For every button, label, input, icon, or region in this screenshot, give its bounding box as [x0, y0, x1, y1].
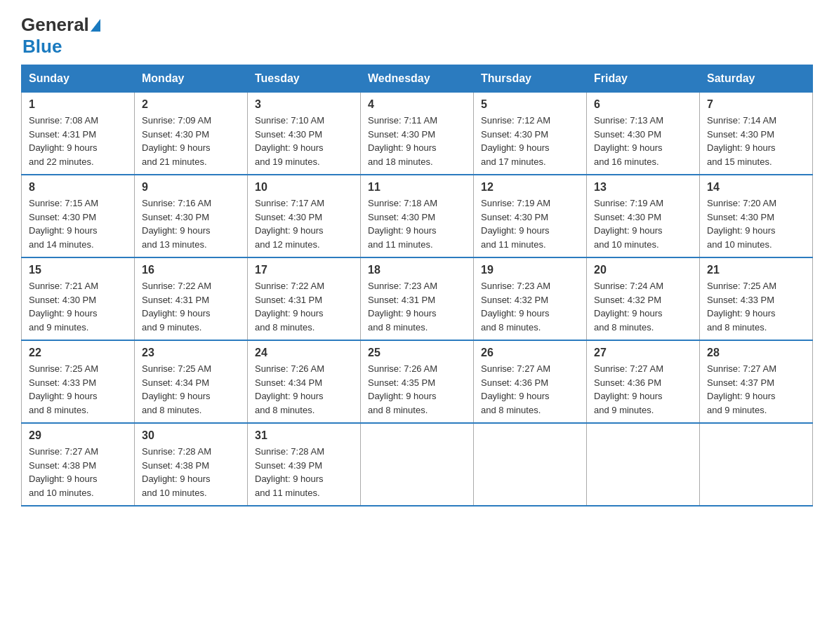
day-cell: 12 Sunrise: 7:19 AMSunset: 4:30 PMDaylig…	[474, 175, 587, 257]
day-number: 2	[142, 98, 240, 111]
logo-general-text: General	[21, 14, 89, 36]
day-number: 6	[594, 98, 692, 111]
day-info: Sunrise: 7:22 AMSunset: 4:31 PMDaylight:…	[255, 279, 353, 334]
day-info: Sunrise: 7:08 AMSunset: 4:31 PMDaylight:…	[29, 114, 127, 168]
day-cell: 17 Sunrise: 7:22 AMSunset: 4:31 PMDaylig…	[248, 257, 361, 340]
day-cell: 9 Sunrise: 7:16 AMSunset: 4:30 PMDayligh…	[135, 175, 248, 257]
day-number: 31	[255, 429, 353, 442]
week-row-2: 8 Sunrise: 7:15 AMSunset: 4:30 PMDayligh…	[22, 175, 813, 257]
day-cell: 13 Sunrise: 7:19 AMSunset: 4:30 PMDaylig…	[587, 175, 700, 257]
day-number: 29	[29, 429, 127, 442]
day-cell: 15 Sunrise: 7:21 AMSunset: 4:30 PMDaylig…	[22, 257, 135, 340]
day-info: Sunrise: 7:14 AMSunset: 4:30 PMDaylight:…	[707, 114, 805, 168]
day-info: Sunrise: 7:22 AMSunset: 4:31 PMDaylight:…	[142, 279, 240, 334]
day-info: Sunrise: 7:10 AMSunset: 4:30 PMDaylight:…	[255, 114, 353, 168]
day-info: Sunrise: 7:28 AMSunset: 4:39 PMDaylight:…	[255, 445, 353, 499]
day-cell: 29 Sunrise: 7:27 AMSunset: 4:38 PMDaylig…	[22, 423, 135, 506]
day-info: Sunrise: 7:27 AMSunset: 4:38 PMDaylight:…	[29, 445, 127, 499]
day-number: 24	[255, 347, 353, 359]
day-number: 13	[594, 181, 692, 194]
day-cell: 7 Sunrise: 7:14 AMSunset: 4:30 PMDayligh…	[700, 93, 813, 175]
week-row-4: 22 Sunrise: 7:25 AMSunset: 4:33 PMDaylig…	[22, 340, 813, 423]
day-cell: 4 Sunrise: 7:11 AMSunset: 4:30 PMDayligh…	[361, 93, 474, 175]
day-info: Sunrise: 7:20 AMSunset: 4:30 PMDaylight:…	[707, 196, 805, 251]
week-row-3: 15 Sunrise: 7:21 AMSunset: 4:30 PMDaylig…	[22, 257, 813, 340]
calendar-table: SundayMondayTuesdayWednesdayThursdayFrid…	[21, 65, 813, 507]
week-row-5: 29 Sunrise: 7:27 AMSunset: 4:38 PMDaylig…	[22, 423, 813, 506]
header-wednesday: Wednesday	[361, 65, 474, 93]
day-info: Sunrise: 7:11 AMSunset: 4:30 PMDaylight:…	[368, 114, 466, 168]
page-header: General Blue	[21, 14, 813, 58]
day-number: 15	[29, 264, 127, 276]
day-cell: 5 Sunrise: 7:12 AMSunset: 4:30 PMDayligh…	[474, 93, 587, 175]
header-saturday: Saturday	[700, 65, 813, 93]
day-number: 12	[481, 181, 579, 194]
day-cell: 6 Sunrise: 7:13 AMSunset: 4:30 PMDayligh…	[587, 93, 700, 175]
day-cell: 20 Sunrise: 7:24 AMSunset: 4:32 PMDaylig…	[587, 257, 700, 340]
day-info: Sunrise: 7:19 AMSunset: 4:30 PMDaylight:…	[481, 196, 579, 251]
day-info: Sunrise: 7:15 AMSunset: 4:30 PMDaylight:…	[29, 196, 127, 251]
day-cell: 24 Sunrise: 7:26 AMSunset: 4:34 PMDaylig…	[248, 340, 361, 423]
week-row-1: 1 Sunrise: 7:08 AMSunset: 4:31 PMDayligh…	[22, 93, 813, 175]
day-number: 11	[368, 181, 466, 194]
day-number: 14	[707, 181, 805, 194]
day-cell	[700, 423, 813, 506]
day-number: 23	[142, 347, 240, 359]
day-number: 7	[707, 98, 805, 111]
day-info: Sunrise: 7:26 AMSunset: 4:35 PMDaylight:…	[368, 362, 466, 417]
day-number: 10	[255, 181, 353, 194]
day-number: 1	[29, 98, 127, 111]
day-cell: 22 Sunrise: 7:25 AMSunset: 4:33 PMDaylig…	[22, 340, 135, 423]
day-cell: 11 Sunrise: 7:18 AMSunset: 4:30 PMDaylig…	[361, 175, 474, 257]
logo-blue-text: Blue	[22, 36, 62, 58]
day-number: 20	[594, 264, 692, 276]
day-number: 25	[368, 347, 466, 359]
day-number: 21	[707, 264, 805, 276]
day-number: 27	[594, 347, 692, 359]
day-cell: 19 Sunrise: 7:23 AMSunset: 4:32 PMDaylig…	[474, 257, 587, 340]
day-number: 9	[142, 181, 240, 194]
day-info: Sunrise: 7:27 AMSunset: 4:36 PMDaylight:…	[594, 362, 692, 417]
day-cell: 28 Sunrise: 7:27 AMSunset: 4:37 PMDaylig…	[700, 340, 813, 423]
day-number: 8	[29, 181, 127, 194]
day-number: 5	[481, 98, 579, 111]
day-cell	[474, 423, 587, 506]
day-number: 30	[142, 429, 240, 442]
logo: General Blue	[21, 14, 100, 58]
day-cell: 8 Sunrise: 7:15 AMSunset: 4:30 PMDayligh…	[22, 175, 135, 257]
day-info: Sunrise: 7:21 AMSunset: 4:30 PMDaylight:…	[29, 279, 127, 334]
day-info: Sunrise: 7:23 AMSunset: 4:32 PMDaylight:…	[481, 279, 579, 334]
day-cell: 30 Sunrise: 7:28 AMSunset: 4:38 PMDaylig…	[135, 423, 248, 506]
day-cell: 25 Sunrise: 7:26 AMSunset: 4:35 PMDaylig…	[361, 340, 474, 423]
day-info: Sunrise: 7:09 AMSunset: 4:30 PMDaylight:…	[142, 114, 240, 168]
day-cell: 14 Sunrise: 7:20 AMSunset: 4:30 PMDaylig…	[700, 175, 813, 257]
day-cell: 21 Sunrise: 7:25 AMSunset: 4:33 PMDaylig…	[700, 257, 813, 340]
day-cell	[587, 423, 700, 506]
day-cell: 10 Sunrise: 7:17 AMSunset: 4:30 PMDaylig…	[248, 175, 361, 257]
day-info: Sunrise: 7:19 AMSunset: 4:30 PMDaylight:…	[594, 196, 692, 251]
day-number: 28	[707, 347, 805, 359]
day-info: Sunrise: 7:12 AMSunset: 4:30 PMDaylight:…	[481, 114, 579, 168]
day-info: Sunrise: 7:25 AMSunset: 4:33 PMDaylight:…	[707, 279, 805, 334]
day-cell: 2 Sunrise: 7:09 AMSunset: 4:30 PMDayligh…	[135, 93, 248, 175]
day-info: Sunrise: 7:23 AMSunset: 4:31 PMDaylight:…	[368, 279, 466, 334]
header-sunday: Sunday	[22, 65, 135, 93]
day-info: Sunrise: 7:27 AMSunset: 4:37 PMDaylight:…	[707, 362, 805, 417]
header-thursday: Thursday	[474, 65, 587, 93]
day-number: 19	[481, 264, 579, 276]
day-info: Sunrise: 7:16 AMSunset: 4:30 PMDaylight:…	[142, 196, 240, 251]
day-number: 18	[368, 264, 466, 276]
day-info: Sunrise: 7:17 AMSunset: 4:30 PMDaylight:…	[255, 196, 353, 251]
day-cell: 18 Sunrise: 7:23 AMSunset: 4:31 PMDaylig…	[361, 257, 474, 340]
day-cell: 23 Sunrise: 7:25 AMSunset: 4:34 PMDaylig…	[135, 340, 248, 423]
logo-arrow-icon	[91, 19, 100, 32]
day-cell: 31 Sunrise: 7:28 AMSunset: 4:39 PMDaylig…	[248, 423, 361, 506]
day-number: 26	[481, 347, 579, 359]
day-cell	[361, 423, 474, 506]
day-info: Sunrise: 7:18 AMSunset: 4:30 PMDaylight:…	[368, 196, 466, 251]
header-monday: Monday	[135, 65, 248, 93]
day-cell: 3 Sunrise: 7:10 AMSunset: 4:30 PMDayligh…	[248, 93, 361, 175]
header-friday: Friday	[587, 65, 700, 93]
day-info: Sunrise: 7:25 AMSunset: 4:34 PMDaylight:…	[142, 362, 240, 417]
day-cell: 16 Sunrise: 7:22 AMSunset: 4:31 PMDaylig…	[135, 257, 248, 340]
